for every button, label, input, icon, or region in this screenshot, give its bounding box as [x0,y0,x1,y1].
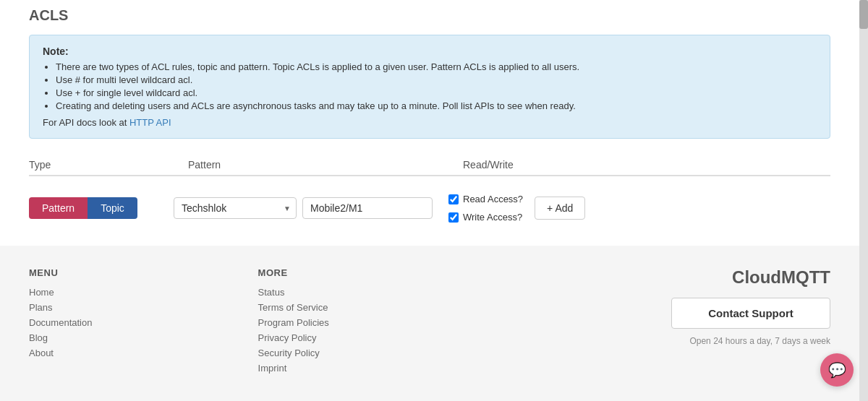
footer-brand-col: CloudMQTT Contact Support Open 24 hours … [487,267,830,378]
col-readwrite-header: Read/Write [463,159,830,171]
note-item-3: Use + for single level wildcard acl. [56,87,817,98]
note-title: Note: [43,46,817,57]
support-hours: Open 24 hours a day, 7 days a week [689,336,830,346]
footer-more-security[interactable]: Security Policy [258,348,488,358]
write-access-checkbox[interactable] [448,212,459,223]
footer-menu-plans[interactable]: Plans [29,302,258,313]
contact-support-button[interactable]: Contact Support [671,298,830,329]
more-heading: MORE [258,267,488,278]
footer-menu-documentation[interactable]: Documentation [29,317,258,328]
note-list: There are two types of ACL rules, topic … [43,61,817,111]
col-type-header: Type [29,159,188,171]
chat-icon: 💬 [828,361,846,379]
note-box: Note: There are two types of ACL rules, … [29,35,830,139]
table-header: Type Pattern Read/Write [29,153,830,176]
write-access-text: Write Access? [463,212,522,223]
note-item-2: Use # for multi level wildcard acl. [56,74,817,85]
col-pattern-header: Pattern [188,159,463,171]
scrollbar[interactable] [859,0,868,392]
footer-more-privacy[interactable]: Privacy Policy [258,332,488,343]
footer-menu-about[interactable]: About [29,348,258,358]
http-api-link[interactable]: HTTP API [129,117,171,128]
acl-row: Pattern Topic Techshlok Read Access? [29,189,830,227]
footer-more-terms[interactable]: Terms of Service [258,302,488,313]
user-select[interactable]: Techshlok [174,197,297,219]
footer-more-status[interactable]: Status [258,287,488,298]
read-access-label[interactable]: Read Access? [448,194,523,204]
footer: MENU Home Plans Documentation Blog About… [0,246,859,392]
footer-more-imprint[interactable]: Imprint [258,363,488,374]
menu-heading: MENU [29,267,258,278]
pattern-section: Techshlok [174,197,448,219]
footer-columns: MENU Home Plans Documentation Blog About… [29,267,830,378]
footer-more-program[interactable]: Program Policies [258,317,488,328]
footer-menu-home[interactable]: Home [29,287,258,298]
chat-bubble-button[interactable]: 💬 [820,353,854,387]
note-item-1: There are two types of ACL rules, topic … [56,61,817,72]
read-access-text: Read Access? [463,194,523,204]
footer-menu-blog[interactable]: Blog [29,332,258,343]
footer-menu-col: MENU Home Plans Documentation Blog About [29,267,258,378]
pattern-input[interactable] [302,197,433,219]
readwrite-section: Read Access? Write Access? + Add [448,194,830,223]
checkbox-group: Read Access? Write Access? [448,194,523,223]
api-link-text: For API docs look at HTTP API [43,117,817,128]
brand-title: CloudMQTT [732,267,830,288]
scrollbar-thumb[interactable] [859,0,868,29]
footer-more-col: MORE Status Terms of Service Program Pol… [258,267,488,378]
toggle-group: Pattern Topic [29,197,174,219]
page-title: ACLS [29,0,830,35]
main-content: ACLS Note: There are two types of ACL ru… [0,0,859,246]
topic-toggle-button[interactable]: Topic [88,197,137,219]
note-item-4: Creating and deleting users and ACLs are… [56,100,817,111]
user-select-wrap: Techshlok [174,197,297,219]
pattern-toggle-button[interactable]: Pattern [29,197,88,219]
add-button[interactable]: + Add [535,197,585,220]
write-access-label[interactable]: Write Access? [448,212,523,223]
read-access-checkbox[interactable] [448,194,459,204]
